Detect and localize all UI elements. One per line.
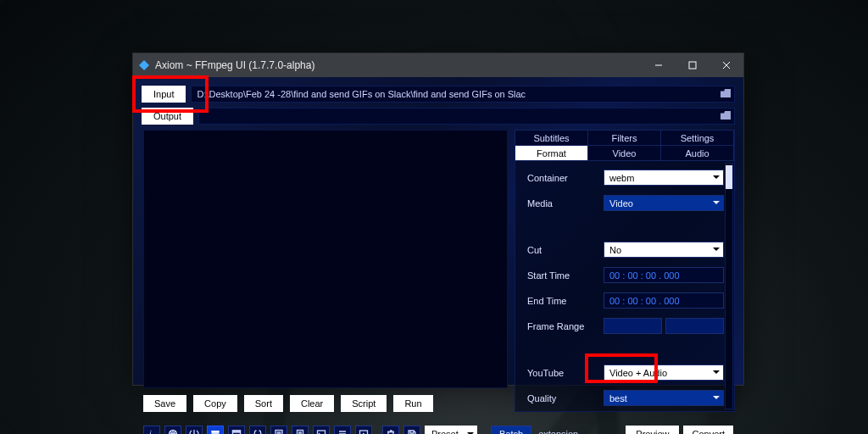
maximize-button[interactable] — [676, 53, 709, 77]
start-time-field[interactable]: 00 : 00 : 00 . 000 — [604, 267, 724, 283]
input-path-field[interactable]: D:\Desktop\Feb 24 -28\find and send GIFs… — [191, 86, 735, 103]
terminal-icon[interactable] — [313, 426, 330, 434]
tab-settings[interactable]: Settings — [660, 130, 734, 146]
tab-audio[interactable]: Audio — [660, 145, 734, 161]
extension-label: extension — [538, 429, 578, 434]
script-preview-box[interactable] — [143, 130, 508, 388]
save-button[interactable]: Save — [143, 395, 186, 412]
container-dropdown[interactable]: webm — [604, 170, 724, 186]
settings-scrollbar[interactable] — [725, 163, 733, 409]
clear-button[interactable]: Clear — [290, 395, 334, 412]
window-title: Axiom ~ FFmpeg UI (1.7.7.0-alpha) — [155, 59, 314, 71]
tab-filters[interactable]: Filters — [587, 130, 661, 146]
play-icon[interactable] — [355, 426, 372, 434]
script-button[interactable]: Script — [341, 395, 387, 412]
svg-text:i: i — [149, 430, 152, 434]
tab-subtitles[interactable]: Subtitles — [515, 130, 588, 146]
bottom-toolbar: i Preset Batch extension Preview Convert — [142, 422, 735, 434]
document-icon[interactable] — [292, 426, 309, 434]
start-time-label: Start Time — [527, 270, 598, 281]
cut-label: Cut — [527, 245, 598, 255]
svg-rect-9 — [233, 431, 241, 432]
chevron-down-icon — [713, 248, 720, 251]
svg-rect-1 — [689, 62, 696, 69]
chevron-down-icon — [713, 201, 720, 204]
end-time-field[interactable]: 00 : 00 : 00 . 000 — [604, 292, 724, 309]
chevron-down-icon — [713, 370, 720, 374]
youtube-label: YouTube — [527, 368, 598, 378]
tab-video[interactable]: Video — [587, 145, 661, 161]
cut-dropdown[interactable]: No — [604, 242, 724, 258]
quality-label: Quality — [527, 393, 598, 403]
minimize-button[interactable] — [642, 53, 676, 77]
folder-icon — [721, 89, 731, 97]
media-dropdown[interactable]: Video — [604, 195, 724, 211]
svg-rect-7 — [212, 431, 220, 432]
update-icon[interactable] — [186, 426, 203, 434]
app-logo-icon — [138, 59, 150, 71]
chevron-down-icon — [713, 175, 720, 179]
end-time-label: End Time — [527, 296, 598, 306]
quality-dropdown[interactable]: best — [604, 390, 724, 406]
run-button[interactable]: Run — [393, 395, 432, 412]
info-icon[interactable]: i — [143, 426, 160, 434]
titlebar[interactable]: Axiom ~ FFmpeg UI (1.7.7.0-alpha) — [133, 53, 743, 77]
input-button[interactable]: Input — [142, 86, 186, 103]
chevron-down-icon — [713, 396, 720, 399]
window-layout-icon[interactable] — [207, 426, 224, 434]
output-button[interactable]: Output — [142, 108, 193, 125]
tab-format[interactable]: Format — [515, 145, 588, 161]
container-label: Container — [527, 173, 598, 183]
youtube-dropdown[interactable]: Video + Audio — [604, 364, 724, 381]
app-window: Axiom ~ FFmpeg UI (1.7.7.0-alpha) Input … — [132, 53, 744, 386]
folder-icon — [721, 111, 731, 120]
preset-dropdown[interactable]: Preset — [425, 426, 477, 435]
input-path-text: D:\Desktop\Feb 24 -28\find and send GIFs… — [197, 89, 526, 99]
frame-range-start[interactable] — [604, 318, 662, 334]
close-button[interactable] — [709, 53, 743, 77]
globe-icon[interactable] — [164, 426, 181, 434]
media-label: Media — [527, 198, 598, 209]
output-path-field[interactable] — [198, 108, 735, 125]
scrollbar-thumb[interactable] — [726, 165, 732, 189]
save-disk-icon[interactable] — [403, 426, 420, 434]
cmd-icon[interactable] — [228, 426, 245, 434]
settings-panel: Subtitles Filters Settings Format Video … — [515, 130, 735, 412]
sort-button[interactable]: Sort — [244, 395, 283, 412]
log-icon[interactable] — [270, 426, 287, 434]
copy-button[interactable]: Copy — [193, 395, 237, 412]
convert-button[interactable]: Convert — [683, 426, 733, 435]
batch-button[interactable]: Batch — [491, 426, 531, 435]
braces-icon[interactable] — [249, 426, 266, 434]
preview-button[interactable]: Preview — [626, 426, 679, 435]
frame-range-label: Frame Range — [527, 321, 598, 331]
list-icon[interactable] — [334, 426, 351, 434]
delete-icon[interactable] — [382, 426, 399, 434]
frame-range-end[interactable] — [665, 318, 724, 334]
